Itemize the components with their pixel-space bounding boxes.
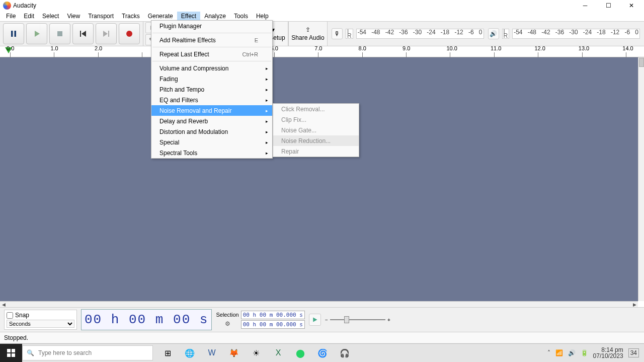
menu-transport[interactable]: Transport xyxy=(84,12,118,21)
noise-item-click-removal-[interactable]: Click Removal... xyxy=(273,104,359,114)
svg-marker-2 xyxy=(35,31,40,37)
skip-end-button[interactable] xyxy=(96,23,117,44)
toolbar: I ∿ ✎ ✶ ✂ ⧉ 📋 ⟲ ⟳ ↶ ＋ － ⤢ ⇔ 🔍 ⌕ xyxy=(0,21,644,46)
effect-item-fading[interactable]: Fading▸ xyxy=(151,74,272,84)
effect-menu-dropdown: Plugin ManagerAdd Realtime EffectsERepea… xyxy=(151,20,273,159)
record-button[interactable] xyxy=(119,23,140,44)
effect-item-distortion-and-modulation[interactable]: Distortion and Modulation▸ xyxy=(151,126,272,137)
chrome-app-icon[interactable]: 🌐 xyxy=(179,344,200,363)
track-area[interactable] xyxy=(0,57,638,301)
tray-network-icon[interactable]: 📶 xyxy=(555,349,563,356)
tray-volume-icon[interactable]: 🔊 xyxy=(568,349,576,356)
rec-scale: -54-48-42-36-30-24-18-12-60 xyxy=(356,29,484,39)
excel-app-icon[interactable]: X xyxy=(268,344,289,363)
noise-item-repair[interactable]: Repair xyxy=(273,146,359,157)
menu-file[interactable]: File xyxy=(2,12,20,21)
audacity-app-icon[interactable]: 🎧 xyxy=(334,344,355,363)
svg-rect-13 xyxy=(12,353,15,357)
effect-item-spectral-tools[interactable]: Spectral Tools▸ xyxy=(151,148,272,158)
taskbar-search[interactable]: 🔍 Type here to search xyxy=(22,345,153,360)
close-button[interactable]: ✕ xyxy=(620,0,643,11)
whatsapp-app-icon[interactable]: ⬤ xyxy=(290,344,311,363)
selection-end[interactable]: 00 h 00 m 00.000 s xyxy=(241,320,305,329)
menu-analyze[interactable]: Analyze xyxy=(200,12,230,21)
play-at-speed-button[interactable] xyxy=(309,314,321,326)
status-bar: Stopped. xyxy=(0,332,644,343)
transport-controls xyxy=(0,22,143,46)
snap-label: Snap xyxy=(15,312,29,319)
horizontal-scrollbar[interactable]: ◀ ▶ xyxy=(0,301,638,307)
effect-item-volume-and-compression[interactable]: Volume and Compression▸ xyxy=(151,63,272,74)
edge-app-icon[interactable]: 🌀 xyxy=(312,344,333,363)
svg-marker-6 xyxy=(103,31,108,37)
search-placeholder: Type here to search xyxy=(38,349,92,356)
tray-clock[interactable]: 8:14 pm 07/10/2023 xyxy=(593,347,623,359)
playback-speed-slider[interactable]: − + xyxy=(325,315,390,325)
play-scale: -54-48-42-36-30-24-18-12-60 xyxy=(512,29,640,39)
menu-help[interactable]: Help xyxy=(252,12,273,21)
menu-select[interactable]: Select xyxy=(38,12,63,21)
bottom-toolbar: Snap Seconds 00 h 00 m 00 s Selection ⚙ … xyxy=(0,307,644,343)
scroll-left-button[interactable]: ◀ xyxy=(0,302,7,308)
timeline-ruler[interactable]: 0.01.02.06.07.08.09.010.011.012.013.014.… xyxy=(0,46,644,57)
search-icon: 🔍 xyxy=(27,349,34,356)
scroll-thumb[interactable] xyxy=(639,58,644,67)
snap-unit-select[interactable]: Seconds xyxy=(7,320,74,328)
share-audio-label: Share Audio xyxy=(291,34,324,41)
selection-settings-icon[interactable]: ⚙ xyxy=(223,320,231,328)
effect-item-pitch-and-tempo[interactable]: Pitch and Tempo▸ xyxy=(151,84,272,95)
notifications-button[interactable]: 34 xyxy=(628,348,639,357)
firefox-app-icon[interactable]: 🦊 xyxy=(223,344,245,363)
scroll-right-button[interactable]: ▶ xyxy=(631,302,638,308)
snap-checkbox[interactable]: Snap xyxy=(7,312,74,319)
effect-item-special[interactable]: Special▸ xyxy=(151,137,272,148)
effect-item-repeat-last-effect[interactable]: Repeat Last EffectCtrl+R xyxy=(151,49,272,59)
effect-item-noise-removal-and-repair[interactable]: Noise Removal and Repair▸ xyxy=(151,105,272,116)
svg-rect-1 xyxy=(15,31,17,37)
selection-label: Selection xyxy=(216,312,238,318)
meters-area: 🎙 LR -54-48-42-36-30-24-18-12-60 🔊 LR -5… xyxy=(328,22,644,46)
noise-item-noise-reduction-[interactable]: Noise Reduction... xyxy=(273,135,359,146)
effect-item-eq-and-filters[interactable]: EQ and Filters▸ xyxy=(151,95,272,105)
snap-box: Snap Seconds xyxy=(4,310,77,330)
task-view-button[interactable]: ⊞ xyxy=(157,344,178,363)
menu-tools[interactable]: Tools xyxy=(230,12,252,21)
noise-item-noise-gate-[interactable]: Noise Gate... xyxy=(273,125,359,135)
share-icon: ⇪ xyxy=(305,26,310,33)
skip-start-button[interactable] xyxy=(72,23,94,44)
recording-meter[interactable]: 🎙 LR -54-48-42-36-30-24-18-12-60 xyxy=(332,28,484,39)
window-title: Audacity xyxy=(13,2,36,9)
playback-meter[interactable]: 🔊 LR -54-48-42-36-30-24-18-12-60 xyxy=(488,28,640,39)
tray-chevron-icon[interactable]: ˄ xyxy=(547,349,550,356)
selection-start[interactable]: 00 h 00 m 00.000 s xyxy=(241,311,305,319)
playback-speaker-icon: 🔊 xyxy=(488,28,499,39)
pause-button[interactable] xyxy=(3,23,24,44)
taskbar-apps: ⊞ 🌐 W 🦊 ☀ X ⬤ 🌀 🎧 xyxy=(157,344,355,363)
menu-tracks[interactable]: Tracks xyxy=(118,12,144,21)
share-audio-button[interactable]: ⇪ Share Audio xyxy=(288,22,328,46)
maximize-button[interactable]: ☐ xyxy=(597,0,620,11)
slider-knob[interactable] xyxy=(344,316,349,323)
clock-date: 07/10/2023 xyxy=(593,353,623,359)
time-display[interactable]: 00 h 00 m 00 s xyxy=(81,309,212,330)
start-button[interactable] xyxy=(0,344,22,363)
play-button[interactable] xyxy=(26,23,47,44)
noise-item-clip-fix-[interactable]: Clip Fix... xyxy=(273,114,359,125)
svg-marker-5 xyxy=(82,31,86,37)
stop-button[interactable] xyxy=(49,23,70,44)
menu-effect[interactable]: Effect xyxy=(177,12,200,21)
tray-battery-icon[interactable]: 🔋 xyxy=(581,349,588,356)
selection-box: Selection ⚙ 00 h 00 m 00.000 s 00 h 00 m… xyxy=(216,311,304,329)
system-tray: ˄ 📶 🔊 🔋 8:14 pm 07/10/2023 34 xyxy=(542,347,644,359)
menu-edit[interactable]: Edit xyxy=(20,12,38,21)
effect-item-delay-and-reverb[interactable]: Delay and Reverb▸ xyxy=(151,116,272,126)
menu-generate[interactable]: Generate xyxy=(144,12,177,21)
word-app-icon[interactable]: W xyxy=(201,344,222,363)
weather-app-icon[interactable]: ☀ xyxy=(246,344,267,363)
windows-taskbar: 🔍 Type here to search ⊞ 🌐 W 🦊 ☀ X ⬤ 🌀 🎧 … xyxy=(0,343,644,362)
minimize-button[interactable]: ─ xyxy=(574,0,597,11)
menu-view[interactable]: View xyxy=(63,12,84,21)
vertical-scrollbar[interactable] xyxy=(638,57,644,301)
effect-item-plugin-manager[interactable]: Plugin Manager xyxy=(151,21,272,31)
effect-item-add-realtime-effects[interactable]: Add Realtime EffectsE xyxy=(151,35,272,45)
